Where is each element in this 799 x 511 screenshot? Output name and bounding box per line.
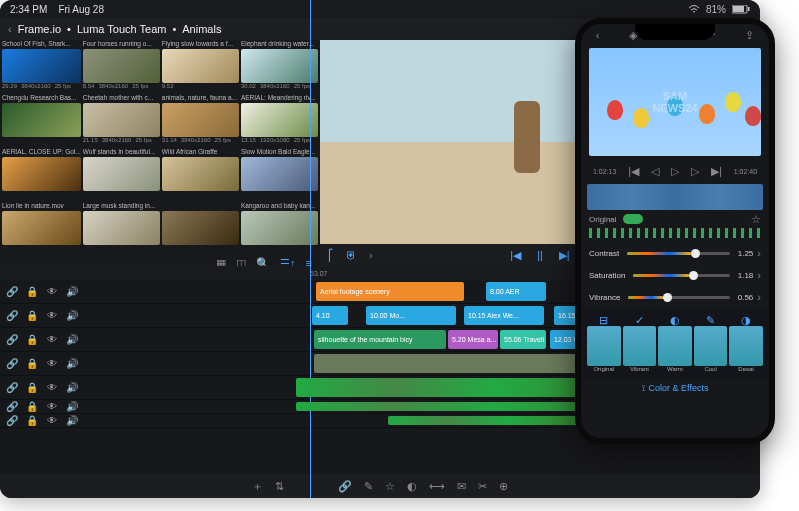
crumb-root[interactable]: Frame.io [18, 23, 61, 35]
lock-track-icon[interactable]: 🔒 [26, 334, 38, 345]
lock-track-icon[interactable]: 🔒 [26, 401, 38, 412]
visibility-icon[interactable]: 👁 [46, 286, 58, 297]
mute-icon[interactable]: 🔊 [66, 358, 78, 369]
favorite-icon[interactable]: ☆ [751, 213, 761, 226]
crop-icon[interactable]: ◫ [236, 257, 246, 267]
timeline-clip[interactable]: 4.10 [312, 306, 348, 325]
slider-knob[interactable] [691, 249, 700, 258]
mask-icon[interactable]: ◐ [407, 480, 417, 493]
link-icon[interactable]: 🔗 [338, 480, 352, 493]
chevron-right-icon[interactable]: › [757, 247, 761, 259]
media-clip[interactable]: AERIAL, CLOSE UP: Gol... [2, 148, 81, 200]
filter-preset[interactable]: ⊟ Original [587, 314, 621, 374]
link-track-icon[interactable]: 🔗 [6, 310, 18, 321]
link-track-icon[interactable]: 🔗 [6, 415, 18, 426]
play-icon[interactable]: ▷ [671, 165, 679, 178]
media-clip[interactable]: Slow Motion Bald Eagle... [241, 148, 318, 200]
slider-track[interactable] [628, 296, 729, 299]
timeline-clip[interactable]: Aerial footage scenery [316, 282, 464, 301]
visibility-icon[interactable]: 👁 [46, 382, 58, 393]
step-back-icon[interactable]: ◁ [651, 165, 659, 178]
step-fwd-icon[interactable]: ▷ [691, 165, 699, 178]
filter-preset[interactable]: ✎ Cool [694, 314, 728, 374]
visibility-icon[interactable]: 👁 [46, 358, 58, 369]
timeline-clip[interactable]: 55.06 Traveli [500, 330, 546, 349]
lock-track-icon[interactable]: 🔒 [26, 358, 38, 369]
link-track-icon[interactable]: 🔗 [6, 334, 18, 345]
filter-preset[interactable]: ◐ Warm [658, 314, 692, 374]
next-frame-button[interactable]: ▶| [559, 249, 570, 262]
edit-icon[interactable]: ✎ [364, 480, 373, 493]
media-clip[interactable]: Chengdu Research Bas... [2, 94, 81, 146]
media-clip[interactable]: Elephant drinking water... 30.023840x216… [241, 40, 318, 92]
original-toggle[interactable] [623, 214, 643, 224]
reorder-icon[interactable]: ⇅ [275, 480, 284, 493]
visibility-icon[interactable]: 👁 [46, 310, 58, 321]
mute-icon[interactable]: 🔊 [66, 401, 78, 412]
lock-track-icon[interactable]: 🔒 [26, 382, 38, 393]
chevron-left-icon[interactable]: ‹ [8, 23, 12, 35]
keyframe-strip[interactable] [589, 228, 761, 238]
media-clip[interactable]: Four horses running o... 8.543840x216025… [83, 40, 160, 92]
media-clip[interactable]: Wild African Giraffe [162, 148, 239, 200]
mute-icon[interactable]: 🔊 [66, 286, 78, 297]
shield-icon[interactable]: ⛨ [346, 249, 357, 262]
visibility-icon[interactable]: 👁 [46, 334, 58, 345]
timeline-clip[interactable]: 10.15 Alex We... [464, 306, 544, 325]
timeline-clip[interactable]: 10.00 Mo... [366, 306, 456, 325]
lock-track-icon[interactable]: 🔒 [26, 286, 38, 297]
link-track-icon[interactable]: 🔗 [6, 382, 18, 393]
timeline-clip[interactable]: 5.20 Mesa a... [448, 330, 498, 349]
add-track-icon[interactable]: ＋ [252, 479, 263, 494]
link-track-icon[interactable]: 🔗 [6, 358, 18, 369]
crumb-team[interactable]: Luma Touch Team [77, 23, 166, 35]
mute-icon[interactable]: 🔊 [66, 310, 78, 321]
chevron-right-icon[interactable]: › [757, 291, 761, 303]
slider-knob[interactable] [663, 293, 672, 302]
media-clip[interactable]: School Of Fish, Shark... 29.293840x21602… [2, 40, 81, 92]
skip-back-icon[interactable]: |◀ [628, 165, 639, 178]
phone-bottom-tab[interactable]: ⟟ Color & Effects [581, 378, 769, 398]
sort-icon[interactable]: ☰↕ [280, 257, 296, 267]
mark-in-icon[interactable]: ⎡ [328, 249, 334, 262]
filter-preset[interactable]: ◑ Desat [729, 314, 763, 374]
trim-icon[interactable]: ⟷ [429, 480, 445, 493]
lock-track-icon[interactable]: 🔒 [26, 310, 38, 321]
prev-frame-button[interactable]: |◀ [510, 249, 521, 262]
mute-icon[interactable]: 🔊 [66, 415, 78, 426]
mute-icon[interactable]: 🔊 [66, 382, 78, 393]
media-clip[interactable]: AERIAL: Meandering riv... 13.151920x1080… [241, 94, 318, 146]
star-icon[interactable]: ☆ [385, 480, 395, 493]
media-clip[interactable] [162, 202, 239, 254]
slider-track[interactable] [627, 252, 730, 255]
share-icon[interactable]: ⇪ [745, 29, 754, 42]
phone-timeline-strip[interactable] [587, 184, 763, 210]
link-track-icon[interactable]: 🔗 [6, 286, 18, 297]
back-icon[interactable]: ‹ [596, 29, 600, 41]
filter-preset[interactable]: ✓ Vibrant [623, 314, 657, 374]
mail-icon[interactable]: ✉ [457, 480, 466, 493]
visibility-icon[interactable]: 👁 [46, 415, 58, 426]
skip-fwd-icon[interactable]: ▶| [711, 165, 722, 178]
media-clip[interactable]: Cheetah mother with c... 21.153840x21602… [83, 94, 160, 146]
add-clip-icon[interactable]: ⊕ [499, 480, 508, 493]
media-clip[interactable]: Lion lie in nature.mov [2, 202, 81, 254]
filter-icon[interactable]: ≡ [306, 257, 312, 266]
visibility-icon[interactable]: 👁 [46, 401, 58, 412]
media-clip[interactable]: Wolf stands in beautiful... [83, 148, 160, 200]
crumb-folder[interactable]: Animals [182, 23, 221, 35]
search-icon[interactable]: 🔍 [256, 257, 270, 267]
grid-view-icon[interactable]: ▦ [216, 257, 226, 267]
slider-track[interactable] [633, 274, 729, 277]
media-clip[interactable]: animals, nature, fauna a... 31.143840x21… [162, 94, 239, 146]
timeline-clip[interactable]: silhouette of the mountain bicy [314, 330, 446, 349]
timeline-clip[interactable]: 8.00 AER [486, 282, 546, 301]
media-clip[interactable]: Flying slow towards a f... 9.52 [162, 40, 239, 92]
lock-track-icon[interactable]: 🔒 [26, 415, 38, 426]
cut-icon[interactable]: ✂ [478, 480, 487, 493]
media-clip[interactable]: Large musk standing in... [83, 202, 160, 254]
link-track-icon[interactable]: 🔗 [6, 401, 18, 412]
phone-preview[interactable]: SAM NEWS24 [589, 48, 761, 156]
mute-icon[interactable]: 🔊 [66, 334, 78, 345]
slider-knob[interactable] [689, 271, 698, 280]
